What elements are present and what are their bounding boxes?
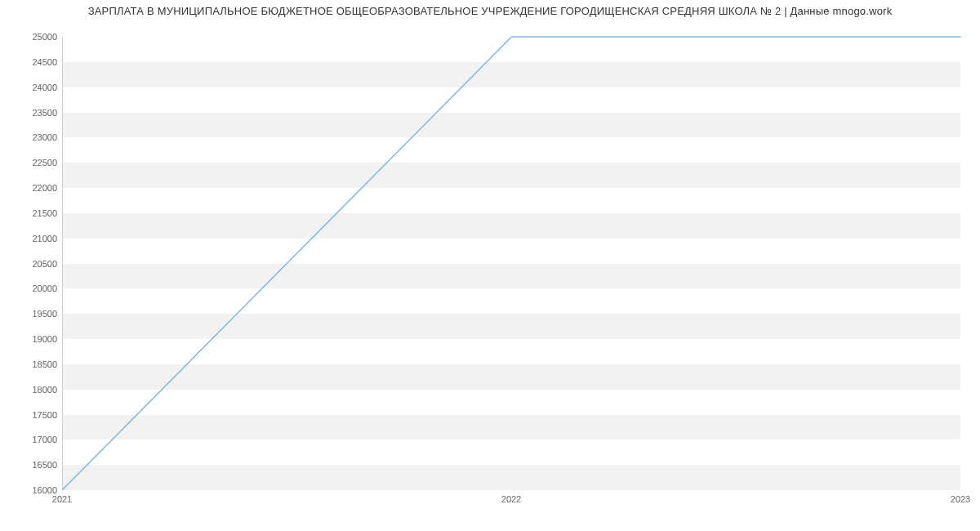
- salary-line-chart: ЗАРПЛАТА В МУНИЦИПАЛЬНОЕ БЮДЖЕТНОЕ ОБЩЕО…: [0, 0, 980, 531]
- y-tick-label: 25000: [8, 32, 57, 42]
- y-tick-label: 16000: [8, 485, 57, 495]
- y-tick-label: 21500: [8, 208, 57, 218]
- y-tick-label: 24000: [8, 83, 57, 92]
- y-tick-label: 19500: [8, 309, 57, 319]
- y-tick-label: 18000: [8, 385, 57, 395]
- x-tick-label: 2022: [501, 494, 521, 504]
- y-tick-label: 23500: [8, 108, 57, 118]
- y-tick-label: 18500: [8, 359, 57, 369]
- y-tick-label: 24500: [8, 57, 57, 67]
- y-tick-label: 19000: [8, 334, 57, 344]
- x-tick-label: 2021: [52, 494, 72, 504]
- y-tick-label: 21000: [8, 234, 57, 243]
- y-tick-label: 20000: [8, 283, 57, 293]
- y-tick-label: 20500: [8, 259, 57, 269]
- y-tick-label: 17500: [8, 410, 57, 420]
- y-tick-label: 17000: [8, 435, 57, 444]
- y-tick-label: 23000: [8, 132, 57, 142]
- y-tick-label: 22500: [8, 158, 57, 167]
- chart-title: ЗАРПЛАТА В МУНИЦИПАЛЬНОЕ БЮДЖЕТНОЕ ОБЩЕО…: [0, 5, 980, 17]
- plot-area: [62, 37, 960, 490]
- data-line: [63, 37, 960, 489]
- y-tick-label: 22000: [8, 183, 57, 193]
- y-tick-label: 16500: [8, 460, 57, 470]
- x-tick-label: 2023: [951, 494, 970, 504]
